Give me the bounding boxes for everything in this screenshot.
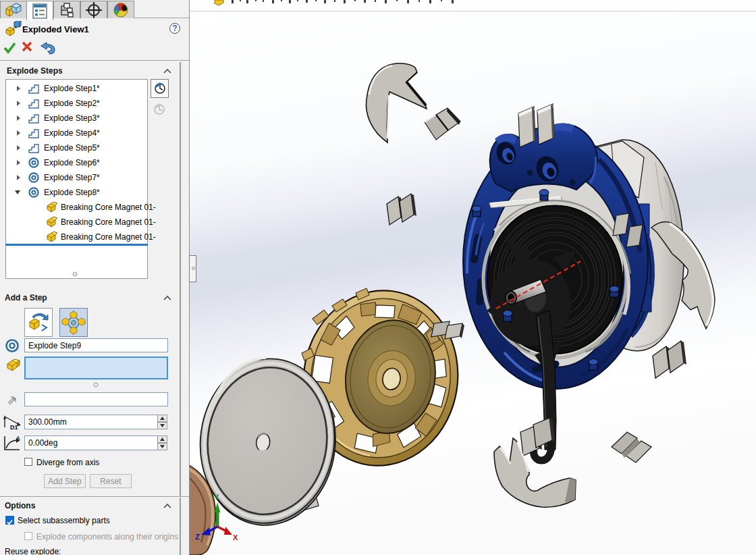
- svg-text:Z: Z: [195, 533, 200, 541]
- svg-text:Y: Y: [214, 493, 219, 501]
- svg-text:X: X: [233, 533, 238, 541]
- svg-text:D1: D1: [10, 424, 18, 430]
- svg-text:A: A: [16, 435, 20, 441]
